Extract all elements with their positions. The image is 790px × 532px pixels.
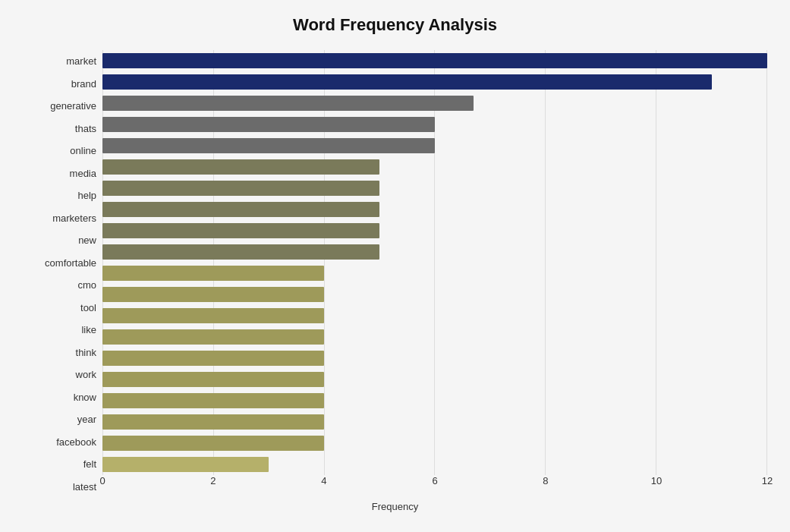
bar-row (102, 71, 767, 93)
bar (102, 53, 767, 68)
y-axis-label: online (23, 146, 96, 156)
y-axis-label: new (23, 235, 96, 245)
x-tick-label: 0 (99, 475, 105, 486)
y-axis-label: year (23, 414, 96, 424)
bar-row (102, 433, 767, 454)
bar (102, 436, 324, 451)
bar-row (102, 178, 767, 199)
bar-row (102, 454, 767, 475)
x-tick-label: 2 (210, 475, 216, 486)
bar (102, 202, 379, 217)
bar (102, 308, 324, 323)
chart-area: marketbrandgenerativethatsonlinemediahel… (23, 50, 767, 498)
y-axis-label: facebook (23, 437, 96, 447)
bar (102, 223, 379, 238)
bar-row (102, 114, 767, 135)
bar (102, 117, 435, 132)
bar-row (102, 135, 767, 156)
bar (102, 372, 324, 387)
bar-row (102, 50, 767, 71)
y-axis-label: work (23, 370, 96, 379)
y-axis-label: market (23, 56, 96, 66)
y-axis-label: cmo (23, 280, 96, 290)
bar (102, 159, 379, 175)
y-axis-label: tool (23, 303, 96, 313)
y-axis-label: think (23, 348, 96, 357)
bar-row (102, 93, 767, 114)
bar (102, 181, 379, 196)
bar-row (102, 326, 767, 348)
x-tick-label: 10 (651, 475, 662, 486)
bars-wrapper (102, 50, 767, 475)
y-axis-label: marketers (23, 213, 96, 223)
bar (102, 138, 435, 153)
x-tick-label: 6 (432, 475, 437, 486)
bar (102, 287, 324, 302)
bar-row (102, 241, 767, 263)
bar (102, 393, 324, 408)
bar-row (102, 348, 767, 369)
x-axis-labels: 024681012 (102, 475, 767, 498)
y-axis-label: latest (23, 482, 96, 492)
bar (102, 329, 324, 345)
y-axis-label: like (23, 325, 96, 335)
bar-row (102, 305, 767, 326)
bar (102, 457, 269, 472)
bar (102, 351, 324, 366)
y-axis-label: media (23, 168, 96, 178)
x-tick-label: 12 (762, 475, 773, 486)
y-axis-label: comfortable (23, 258, 96, 268)
chart-title: Word Frequency Analysis (23, 15, 767, 35)
bar-row (102, 220, 767, 241)
bar (102, 414, 324, 430)
chart-container: Word Frequency Analysis marketbrandgener… (0, 0, 790, 532)
bar (102, 244, 379, 260)
y-axis-label: help (23, 190, 96, 200)
bar-row (102, 411, 767, 433)
y-axis: marketbrandgenerativethatsonlinemediahel… (23, 50, 102, 498)
y-axis-label: generative (23, 101, 96, 111)
x-tick-label: 4 (321, 475, 326, 486)
bar-row (102, 156, 767, 178)
x-axis-title: Frequency (23, 501, 767, 512)
y-axis-label: felt (23, 459, 96, 469)
bar-row (102, 199, 767, 220)
bar-row (102, 263, 767, 284)
bar-row (102, 369, 767, 390)
plot-area: 024681012 (102, 50, 767, 498)
bar (102, 266, 324, 281)
x-tick-label: 8 (543, 475, 548, 486)
y-axis-label: know (23, 392, 96, 402)
bar (102, 96, 474, 111)
bar (102, 74, 712, 90)
bar-row (102, 390, 767, 411)
bar-row (102, 284, 767, 305)
y-axis-label: brand (23, 79, 96, 89)
y-axis-label: thats (23, 124, 96, 134)
